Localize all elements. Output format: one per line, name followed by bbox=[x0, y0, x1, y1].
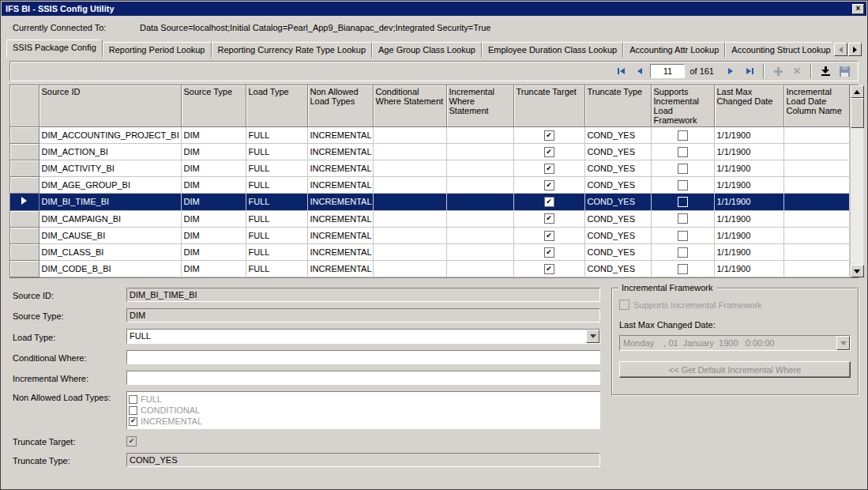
cell-incremental-load-date-column-name[interactable] bbox=[783, 194, 849, 210]
cell-incremental-load-date-column-name[interactable] bbox=[783, 227, 849, 243]
load-type-select[interactable]: FULL bbox=[126, 329, 600, 344]
cell-supports-incremental-load-framework[interactable] bbox=[651, 210, 714, 227]
cell-conditional-where-statement[interactable] bbox=[373, 227, 446, 243]
checkbox-unchecked-icon[interactable] bbox=[678, 213, 688, 224]
cell-incremental-where-statement[interactable] bbox=[446, 227, 513, 243]
column-header-source-type[interactable]: Source Type bbox=[181, 85, 246, 127]
row-selector[interactable] bbox=[10, 227, 39, 243]
checkbox-checked-icon[interactable]: ✔ bbox=[544, 180, 554, 190]
table-row[interactable]: DIM_CAUSE_BIDIMFULLINCREMENTAL✔COND_YES1… bbox=[10, 227, 849, 243]
cell-truncate-target[interactable]: ✔ bbox=[513, 227, 584, 243]
column-header-supports-incremental-load-framework[interactable]: Supports Incremental Load Framework bbox=[651, 85, 714, 127]
cell-truncate-target[interactable]: ✔ bbox=[513, 144, 584, 160]
cell-load-type[interactable]: FULL bbox=[246, 194, 307, 210]
cell-supports-incremental-load-framework[interactable] bbox=[651, 160, 714, 177]
checkbox-checked-icon[interactable]: ✔ bbox=[544, 247, 554, 258]
cell-incremental-where-statement[interactable] bbox=[446, 144, 513, 160]
cell-conditional-where-statement[interactable] bbox=[373, 177, 446, 194]
cell-load-type[interactable]: FULL bbox=[246, 160, 307, 177]
checkbox-checked-icon[interactable]: ✔ bbox=[544, 130, 554, 141]
cell-last-max-changed-date[interactable]: 1/1/1900 bbox=[714, 127, 783, 144]
cell-truncate-type[interactable]: COND_YES bbox=[584, 243, 651, 260]
vertical-scrollbar[interactable] bbox=[850, 85, 863, 277]
move-next-button[interactable] bbox=[722, 63, 739, 80]
conditional-where-input[interactable] bbox=[126, 350, 600, 364]
row-selector[interactable] bbox=[10, 127, 39, 144]
checkbox-unchecked-icon[interactable] bbox=[678, 247, 688, 258]
cell-supports-incremental-load-framework[interactable] bbox=[651, 227, 714, 243]
checkbox-unchecked-icon[interactable] bbox=[678, 147, 688, 157]
cell-non-allowed-load-types[interactable]: INCREMENTAL bbox=[307, 227, 373, 243]
column-header-non-allowed-load-types[interactable]: Non Allowed Load Types bbox=[307, 85, 373, 127]
checkbox-checked-icon[interactable]: ✔ bbox=[544, 264, 554, 274]
cell-incremental-where-statement[interactable] bbox=[446, 260, 513, 277]
cell-supports-incremental-load-framework[interactable] bbox=[651, 144, 714, 160]
cell-supports-incremental-load-framework[interactable] bbox=[651, 194, 714, 210]
cell-truncate-type[interactable]: COND_YES bbox=[584, 144, 651, 160]
row-selector[interactable] bbox=[10, 194, 39, 210]
tab-accounting-struct-lookup[interactable]: Accounting Struct Lookup bbox=[725, 42, 832, 58]
incremental-where-input[interactable] bbox=[126, 371, 600, 385]
cell-supports-incremental-load-framework[interactable] bbox=[651, 243, 714, 260]
scrollbar-thumb[interactable] bbox=[851, 98, 864, 128]
cell-incremental-load-date-column-name[interactable] bbox=[783, 144, 849, 160]
cell-last-max-changed-date[interactable]: 1/1/1900 bbox=[714, 260, 783, 277]
tab-reporting-currency-rate-type-lookup[interactable]: Reporting Currency Rate Type Lookup bbox=[212, 42, 373, 58]
row-selector[interactable] bbox=[10, 160, 39, 177]
cell-conditional-where-statement[interactable] bbox=[373, 160, 446, 177]
cell-last-max-changed-date[interactable]: 1/1/1900 bbox=[714, 210, 783, 227]
cell-supports-incremental-load-framework[interactable] bbox=[651, 260, 714, 277]
cell-load-type[interactable]: FULL bbox=[246, 243, 307, 260]
cell-source-type[interactable]: DIM bbox=[181, 260, 246, 277]
cell-incremental-where-statement[interactable] bbox=[446, 127, 513, 144]
cell-source-type[interactable]: DIM bbox=[181, 127, 246, 144]
cell-source-id[interactable]: DIM_CAUSE_BI bbox=[39, 227, 181, 243]
record-position-input[interactable] bbox=[650, 64, 685, 78]
table-row[interactable]: DIM_ACCOUNTING_PROJECT_BIDIMFULLINCREMEN… bbox=[10, 127, 849, 144]
row-selector[interactable] bbox=[10, 210, 39, 227]
cell-truncate-target[interactable]: ✔ bbox=[513, 127, 584, 144]
table-row[interactable]: DIM_AGE_GROUP_BIDIMFULLINCREMENTAL✔COND_… bbox=[10, 177, 849, 194]
cell-non-allowed-load-types[interactable]: INCREMENTAL bbox=[307, 194, 373, 210]
move-previous-button[interactable] bbox=[631, 63, 648, 80]
cell-truncate-type[interactable]: COND_YES bbox=[584, 260, 651, 277]
cell-incremental-load-date-column-name[interactable] bbox=[783, 260, 849, 277]
cell-conditional-where-statement[interactable] bbox=[373, 144, 446, 160]
cell-last-max-changed-date[interactable]: 1/1/1900 bbox=[714, 194, 783, 210]
cell-incremental-where-statement[interactable] bbox=[446, 177, 513, 194]
move-first-button[interactable] bbox=[612, 63, 629, 80]
cell-incremental-load-date-column-name[interactable] bbox=[783, 243, 849, 260]
cell-truncate-type[interactable]: COND_YES bbox=[584, 194, 651, 210]
table-row[interactable]: DIM_CLASS_BIDIMFULLINCREMENTAL✔COND_YES1… bbox=[10, 243, 849, 260]
row-selector[interactable] bbox=[10, 177, 39, 194]
cell-supports-incremental-load-framework[interactable] bbox=[651, 127, 714, 144]
cell-source-id[interactable]: DIM_ACCOUNTING_PROJECT_BI bbox=[39, 127, 181, 144]
cell-load-type[interactable]: FULL bbox=[246, 210, 307, 227]
cell-truncate-target[interactable]: ✔ bbox=[513, 177, 584, 194]
cell-source-id[interactable]: DIM_CLASS_BI bbox=[39, 243, 181, 260]
checkbox-unchecked-icon[interactable] bbox=[678, 197, 688, 207]
cell-load-type[interactable]: FULL bbox=[246, 127, 307, 144]
cell-conditional-where-statement[interactable] bbox=[373, 194, 446, 210]
cell-non-allowed-load-types[interactable]: INCREMENTAL bbox=[307, 177, 373, 194]
scroll-down-button[interactable] bbox=[851, 265, 864, 277]
tab-reporting-period-lookup[interactable]: Reporting Period Lookup bbox=[103, 42, 212, 58]
cell-non-allowed-load-types[interactable]: INCREMENTAL bbox=[307, 127, 373, 144]
checkbox-unchecked-icon[interactable] bbox=[678, 264, 688, 274]
close-button[interactable]: × bbox=[852, 4, 864, 14]
tab-scroll-right-button[interactable] bbox=[848, 43, 862, 56]
cell-source-type[interactable]: DIM bbox=[181, 160, 246, 177]
cell-source-id[interactable]: DIM_CAMPAIGN_BI bbox=[39, 210, 181, 227]
table-row[interactable]: DIM_BI_TIME_BIDIMFULLINCREMENTAL✔COND_YE… bbox=[10, 194, 849, 210]
cell-non-allowed-load-types[interactable]: INCREMENTAL bbox=[307, 260, 373, 277]
cell-source-type[interactable]: DIM bbox=[181, 227, 246, 243]
checkbox-unchecked-icon[interactable] bbox=[678, 180, 688, 190]
column-header-conditional-where-statement[interactable]: Conditional Where Statement bbox=[373, 85, 446, 127]
checkbox-checked-icon[interactable]: ✔ bbox=[544, 213, 554, 224]
tab-scroll-left-button[interactable] bbox=[834, 43, 847, 56]
cell-non-allowed-load-types[interactable]: INCREMENTAL bbox=[307, 210, 373, 227]
cell-truncate-type[interactable]: COND_YES bbox=[584, 160, 651, 177]
cell-load-type[interactable]: FULL bbox=[246, 144, 307, 160]
cell-source-type[interactable]: DIM bbox=[181, 243, 246, 260]
cell-conditional-where-statement[interactable] bbox=[373, 127, 446, 144]
